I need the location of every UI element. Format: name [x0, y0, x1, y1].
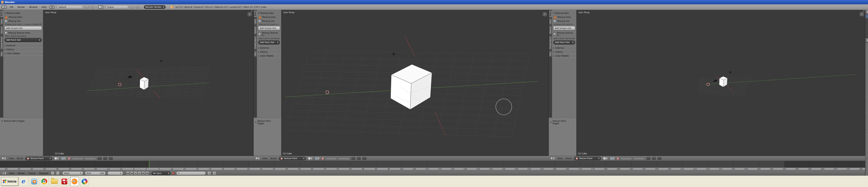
taskbar-app-button[interactable] [70, 177, 79, 186]
outliner-row[interactable]: + RenderLayers | [865, 18, 868, 22]
taskbar-app-button[interactable] [40, 177, 49, 186]
panel-grip[interactable]: ∷∷ [39, 12, 42, 14]
collapsed-panel-header[interactable]: ►Color Palette∷∷ [258, 55, 280, 57]
render-engine-select[interactable]: Blender Render [144, 5, 166, 9]
add-simple-uvs-button[interactable]: Add Simple UVs [258, 26, 280, 30]
missing-data-alert-icon[interactable] [617, 157, 619, 160]
menu-item[interactable]: Window [28, 5, 38, 9]
start-button[interactable]: Inicio [1, 177, 19, 186]
shelf-tab[interactable]: Slots [254, 18, 257, 25]
editor-type-button[interactable] [1, 172, 7, 175]
layers-widget[interactable] [85, 157, 96, 160]
view-menu[interactable]: View [8, 157, 14, 160]
transport-button[interactable]: ◀ [134, 172, 137, 175]
shelf-tab[interactable]: Tools [549, 10, 552, 17]
taskbar-app-button[interactable] [30, 177, 38, 186]
expander-icon[interactable]: − [866, 15, 868, 17]
panel-header-missing-data[interactable]: ▼ Missing Data ∷∷ [553, 12, 575, 14]
panel-grip[interactable]: ∷∷ [39, 120, 41, 122]
add-simple-uvs-button[interactable]: Add Simple UVs [553, 26, 575, 30]
collapsed-panel-header[interactable]: ►History∷∷ [553, 51, 575, 53]
window-titlebar[interactable]: Blender _ □ × [0, 0, 868, 4]
add-paint-slot-dropdown[interactable]: Add Paint Slot [4, 38, 42, 42]
panel-grip[interactable]: ∷∷ [39, 53, 42, 54]
delete-layout-button[interactable]: X [91, 5, 94, 9]
shelf-tab[interactable]: Options [254, 26, 257, 35]
layers-widget[interactable] [339, 157, 350, 160]
lock-range-icon[interactable] [56, 172, 60, 175]
missing-data-alert-icon[interactable] [68, 157, 70, 160]
outliner-row[interactable]: − Scene [865, 14, 868, 18]
screencast-icon[interactable] [658, 157, 661, 160]
viewport-1[interactable]: User Persp (1) Cube + [43, 10, 253, 156]
panel-grip[interactable]: ∷∷ [39, 49, 42, 50]
panel-grip[interactable]: ∷∷ [39, 45, 42, 46]
shelf-tab[interactable]: Slots [549, 18, 552, 25]
outliner-row[interactable]: + Cube | [865, 30, 868, 33]
viewport-2[interactable]: User Persp (1) Cube + [281, 10, 549, 156]
shelf-tab[interactable]: Options [0, 26, 3, 35]
scene-name-field[interactable]: Scene [106, 5, 128, 9]
timeline-editor[interactable]: -55-50-45-40-35-30-25-20-15-10-505101520… [0, 161, 865, 176]
shelf-tab[interactable]: Tools [254, 10, 257, 17]
add-simple-uvs-button[interactable]: Add Simple UVs [4, 26, 42, 30]
transport-button[interactable]: ▮◀ [126, 172, 130, 175]
screencast-icon[interactable] [109, 157, 113, 160]
viewport-shading-button[interactable] [54, 157, 59, 160]
editor-type-button[interactable] [1, 157, 6, 160]
viewport-shading-button[interactable] [308, 157, 313, 160]
redo-panel-header[interactable]: ▼Texture Paint Toggle∷∷ [550, 120, 575, 125]
menu-item[interactable]: File [9, 5, 14, 9]
editor-type-button[interactable] [866, 39, 868, 42]
current-frame-field[interactable]: 1 [107, 172, 123, 175]
shelf-tab[interactable]: Options [549, 26, 552, 35]
sync-mode-select[interactable]: No Sync [152, 172, 170, 175]
shelf-tab[interactable]: Grease Pencil [549, 36, 552, 50]
screen-layout-field[interactable]: Default [57, 5, 83, 9]
pivot-point-button[interactable] [61, 157, 66, 160]
layers-widget[interactable] [326, 157, 337, 160]
scene-icon-button[interactable] [98, 5, 103, 9]
collapsed-panel-header[interactable]: ►External∷∷ [258, 47, 280, 49]
lock-icon[interactable] [351, 157, 355, 160]
brush-menu[interactable]: Brush [565, 157, 572, 160]
menu-item[interactable]: Playback [38, 172, 49, 175]
redo-panel-header[interactable]: ▼ Texture Paint Toggle ∷∷ [2, 120, 41, 122]
collapsed-panel-header[interactable]: ►History∷∷ [258, 51, 280, 53]
layers-widget[interactable] [633, 157, 645, 160]
screen-layout-icon-button[interactable] [50, 5, 55, 9]
lock-icon[interactable] [647, 157, 650, 160]
layers-widget[interactable] [72, 157, 83, 160]
transport-button[interactable]: ▶▶ [142, 172, 145, 175]
taskbar-app-button[interactable]: e [20, 177, 28, 186]
screencast-icon[interactable] [363, 157, 366, 160]
shelf-tab[interactable]: Slots [0, 18, 3, 25]
properties-region-expand-button[interactable]: + [248, 12, 252, 16]
collapsed-panel-header[interactable]: ►Color Palette ∷∷ [4, 52, 42, 55]
view-menu[interactable]: View [557, 157, 563, 160]
outliner-row[interactable]: + Camera [865, 26, 868, 30]
add-paint-slot-dropdown[interactable]: Add Paint Slot [258, 40, 280, 44]
add-paint-slot-dropdown[interactable]: Add Paint Slot [553, 40, 575, 44]
screenshot-icon[interactable] [103, 157, 107, 160]
collapsed-panel-header[interactable]: ►External∷∷ [553, 47, 575, 49]
delete-scene-button[interactable]: X [136, 5, 140, 9]
start-frame-field[interactable]: Start:1 [62, 172, 83, 175]
editor-type-button[interactable]: i [1, 5, 7, 9]
shelf-tab[interactable]: Misc [0, 50, 3, 57]
shelf-tab[interactable]: Tools [0, 10, 3, 17]
shelf-tab[interactable]: Misc [549, 50, 552, 57]
screenshot-icon[interactable] [357, 157, 361, 160]
panel-header-missing-data[interactable]: ▼ Missing Data ∷∷ [258, 12, 280, 14]
pivot-point-button[interactable] [315, 157, 320, 160]
mode-select[interactable]: Texture Paint [574, 157, 601, 160]
taskbar-app-button[interactable] [50, 177, 59, 186]
shelf-tab[interactable]: Grease Pencil [0, 36, 3, 50]
keying-set-field[interactable]: ✎ [176, 172, 206, 175]
missing-data-alert-icon[interactable] [321, 157, 324, 160]
shelf-tab[interactable]: Misc [254, 50, 257, 57]
preview-range-icon[interactable] [51, 172, 54, 175]
transport-button[interactable]: ◀◀ [130, 172, 133, 175]
record-button[interactable] [173, 172, 175, 174]
transport-button[interactable]: ▶ [138, 172, 141, 175]
